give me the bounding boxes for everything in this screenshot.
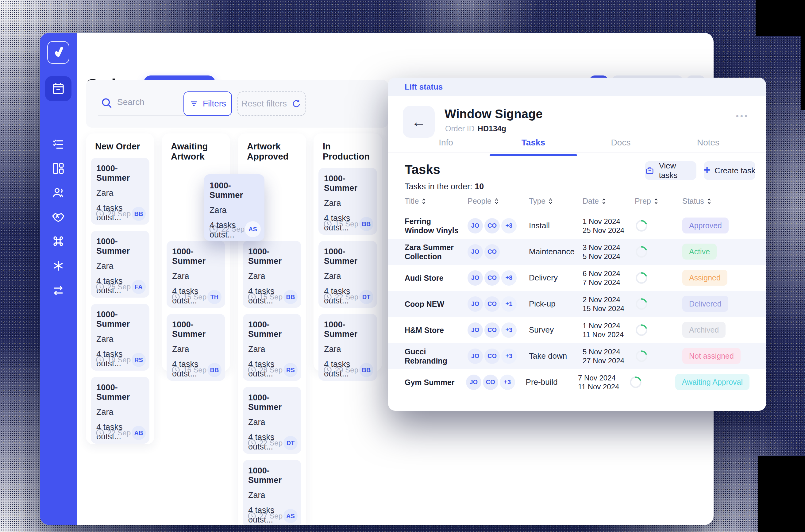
column-header-prep[interactable]: Prep (635, 197, 682, 206)
order-card[interactable]: 1000-Summer Zara 4 tasks outst... 15 Sep… (319, 168, 377, 235)
column-new-order: New Order 1000-Summer Zara 4 tasks outst… (86, 133, 154, 444)
order-id-row: Order IDHD134g (445, 124, 506, 133)
card-title: 1000-Summer (324, 320, 371, 339)
more-options-icon[interactable]: ••• (736, 111, 749, 121)
order-card[interactable]: 1000-Summer Zara 4 tasks outst... 28 Sep… (243, 314, 301, 381)
sidebar-item-command[interactable] (40, 234, 77, 248)
prep-progress-icon (629, 376, 643, 389)
card-date: 28 Sep (259, 366, 284, 374)
order-card[interactable]: 1000-Summer Zara 4 tasks outst... 29 Sep… (319, 314, 377, 381)
filters-button[interactable]: Filters (184, 91, 232, 116)
panel-eyebrow: Lift status (388, 78, 766, 96)
avatar: JO (467, 322, 483, 338)
sidebar-item-orders[interactable] (40, 81, 77, 96)
avatar: CO (484, 270, 500, 286)
search-box (98, 91, 190, 116)
tasks-count-label: Tasks in the order: (405, 182, 473, 191)
card-client: Zara (248, 271, 296, 281)
order-card[interactable]: 1000-Summer Zara 4 tasks outst... 25 Sep… (91, 231, 149, 298)
status-badge: Awaiting Approval (675, 374, 749, 390)
tab-divider (388, 152, 766, 152)
black-block-top-right (755, 0, 805, 36)
tab-notes[interactable]: Notes (665, 138, 752, 155)
task-row[interactable]: Gym Summer JOCO+3 Pre-build 7 Nov 202411… (388, 369, 766, 395)
sort-icon (549, 198, 553, 205)
clock-icon (171, 365, 181, 375)
sidebar-item-integrations[interactable] (40, 258, 77, 273)
card-title: 1000-Summer (210, 181, 259, 200)
card-title: 1000-Summer (248, 247, 296, 266)
tab-info[interactable]: Info (402, 138, 490, 155)
search-input[interactable] (117, 97, 187, 107)
card-client: Zara (96, 261, 144, 271)
sidebar-item-transfers[interactable] (40, 283, 77, 298)
view-tasks-label: View tasks (659, 161, 696, 180)
avatar: BB (132, 207, 146, 221)
avatar: FA (132, 280, 146, 294)
asterisk-icon (51, 258, 66, 273)
back-button[interactable]: ← (403, 106, 435, 138)
order-card[interactable]: 1000-Summer Zara 4 tasks outst... 22 Sep… (319, 241, 377, 308)
swap-arrows-icon (51, 283, 66, 298)
order-card[interactable]: 1000-Summer Zara 4 tasks outst... 22 Sep… (243, 387, 301, 454)
card-date: 16 Sep (183, 366, 207, 374)
column-awaiting-artwork: Awaiting Artwork 1000-Summer Zara 4 task… (162, 133, 230, 371)
order-card[interactable]: 1000-Summer Zara 4 tasks outst... 27 Sep… (243, 460, 301, 525)
status-badge: Not assigned (682, 348, 741, 364)
card-client: Zara (96, 335, 144, 344)
order-card[interactable]: 1000-Summer Zara 4 tasks outst... 19 Sep… (91, 304, 149, 370)
sidebar-item-tasklist[interactable] (40, 137, 77, 152)
order-card[interactable]: 1000-Summer Zara 4 tasks outst... 16 Sep… (167, 314, 225, 381)
tab-tasks[interactable]: Tasks (490, 138, 577, 155)
sidebar-item-partners[interactable] (40, 210, 77, 225)
task-row[interactable]: Zara SummerCollection JOCO Maintenance 3… (388, 239, 766, 265)
prep-progress-icon (635, 297, 648, 311)
sort-icon (495, 198, 499, 205)
column-header-date[interactable]: Date (582, 197, 635, 206)
column-in-production: In Production 1000-Summer Zara 4 tasks o… (313, 133, 382, 371)
dragging-card[interactable]: 1000-Summer Zara 4 tasks outst... 22 Sep… (204, 174, 265, 241)
task-row[interactable]: FerringWindow Vinyls JOCO+3 Install 1 No… (388, 213, 766, 239)
card-client: Zara (96, 188, 144, 198)
app-logo[interactable] (47, 41, 69, 64)
avatar: AB (132, 426, 146, 440)
card-client: Zara (324, 198, 371, 208)
tab-docs[interactable]: Docs (577, 138, 665, 155)
column-header-type[interactable]: Type (529, 197, 582, 206)
task-row[interactable]: Audi Store JOCO+8 Delivery 6 Nov 20247 N… (388, 265, 766, 291)
column-header-status[interactable]: Status (682, 197, 711, 206)
avatar: AS (245, 221, 261, 237)
card-title: 1000-Summer (324, 174, 371, 193)
order-card[interactable]: 1000-Summer Zara 4 tasks outst... 22 Sep… (91, 377, 149, 444)
card-title: 1000-Summer (248, 393, 296, 412)
panel-tabs: Info Tasks Docs Notes (402, 138, 752, 155)
task-row[interactable]: H&M Store JOCO+3 Survey 1 Nov 202411 Nov… (388, 317, 766, 343)
create-task-button[interactable]: + Create task (704, 161, 755, 180)
order-card[interactable]: 1000-Summer Zara 4 tasks outst... 15 Sep… (167, 241, 225, 308)
filters-label: Filters (203, 99, 226, 109)
column-header-people[interactable]: People (467, 197, 529, 206)
avatar: CO (484, 218, 500, 233)
sidebar-item-people[interactable] (40, 186, 77, 200)
order-card[interactable]: 1000-Summer Zara 4 tasks outst... 15 Sep… (243, 241, 301, 308)
black-strip-right (801, 0, 805, 110)
more-people-chip: +1 (501, 297, 517, 312)
refresh-icon (291, 98, 302, 109)
sidebar-item-board[interactable] (40, 161, 77, 176)
prep-progress-icon (635, 219, 648, 232)
card-date: 29 Sep (335, 366, 359, 374)
card-date: 15 Sep (259, 293, 284, 301)
sort-icon (602, 198, 606, 205)
reset-filters-button[interactable]: Reset filters (237, 91, 306, 116)
logo-checkmark-icon (52, 46, 65, 59)
view-tasks-button[interactable]: View tasks (645, 161, 696, 180)
avatar: JO (467, 270, 483, 286)
order-card[interactable]: 1000-Summer Zara 4 tasks outst... 29 Sep… (91, 158, 149, 225)
column-header-title[interactable]: Title (405, 197, 467, 206)
sort-icon (707, 198, 711, 205)
tasks-count: Tasks in the order: 10 (405, 182, 484, 191)
handshake-icon (51, 210, 66, 225)
task-row[interactable]: GucciRebranding JOCO+3 Take down 5 Nov 2… (388, 343, 766, 369)
task-row[interactable]: Coop NEW JOCO+1 Pick-up 2 Nov 202415 Nov… (388, 291, 766, 317)
card-client: Zara (96, 407, 144, 417)
